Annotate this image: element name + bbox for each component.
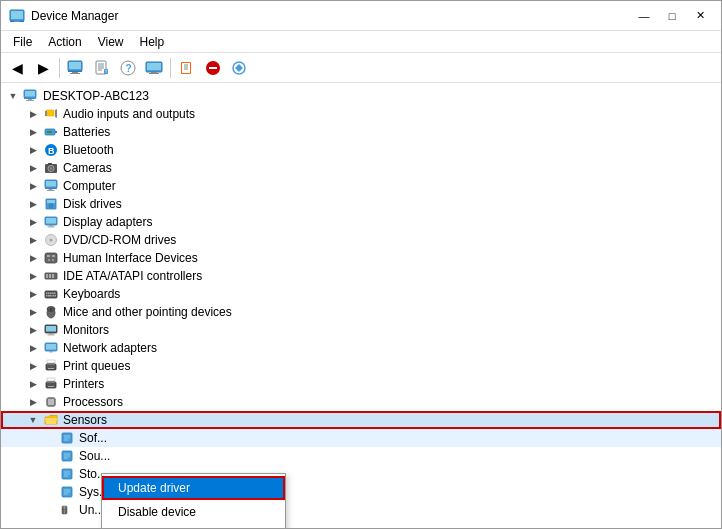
minimize-button[interactable]: — (631, 6, 657, 26)
svg-rect-96 (47, 360, 55, 363)
expand-cameras[interactable]: ▶ (25, 160, 41, 176)
svg-rect-95 (48, 368, 54, 369)
expand-display[interactable]: ▶ (25, 214, 41, 230)
svg-rect-19 (147, 63, 161, 70)
scan-button[interactable] (227, 56, 251, 80)
tree-item-print-queues[interactable]: ▶ Print queues (1, 357, 721, 375)
device-manager-window: Device Manager — □ ✕ File Action View He… (0, 0, 722, 529)
tree-item-ide[interactable]: ▶ IDE ATA/ATAPI controllers (1, 267, 721, 285)
svg-point-46 (50, 167, 53, 170)
tree-item-display[interactable]: ▶ Display adapters (1, 213, 721, 231)
expand-processors[interactable]: ▶ (25, 394, 41, 410)
printers-label: Printers (61, 377, 104, 391)
tree-item-monitors[interactable]: ▶ Monitors (1, 321, 721, 339)
processors-icon (43, 394, 59, 410)
menu-help[interactable]: Help (132, 33, 173, 51)
tree-item-dvd[interactable]: ▶ DVD/CD-ROM drives (1, 231, 721, 249)
cameras-label: Cameras (61, 161, 112, 175)
svg-rect-6 (68, 71, 82, 72)
bluetooth-label: Bluetooth (61, 143, 114, 157)
expand-bluetooth[interactable]: ▶ (25, 142, 41, 158)
tree-root[interactable]: ▼ DESKTOP-ABC123 (1, 87, 721, 105)
svg-rect-60 (48, 227, 55, 228)
svg-rect-92 (49, 352, 53, 353)
expand-sensors[interactable]: ▼ (25, 412, 41, 428)
svg-text:B: B (48, 146, 55, 156)
svg-rect-77 (52, 293, 54, 295)
print-queues-icon (43, 358, 59, 374)
maximize-button[interactable]: □ (659, 6, 685, 26)
svg-rect-72 (52, 274, 54, 278)
tree-item-processors[interactable]: ▶ Processors (1, 393, 721, 411)
expand-ide[interactable]: ▶ (25, 268, 41, 284)
tree-item-batteries[interactable]: ▶ Batteries (1, 123, 721, 141)
content-area[interactable]: ▼ DESKTOP-ABC123 ▶ Audio inputs and outp… (1, 83, 721, 528)
expand-root[interactable]: ▼ (5, 88, 21, 104)
bluetooth-icon: B (43, 142, 59, 158)
svg-rect-64 (45, 253, 57, 263)
expand-computer[interactable]: ▶ (25, 178, 41, 194)
tree-item-disk[interactable]: ▶ Disk drives (1, 195, 721, 213)
back-button[interactable]: ◀ (5, 56, 29, 80)
context-menu-update-driver[interactable]: Update driver (102, 476, 285, 500)
tree-item-computer[interactable]: ▶ Computer (1, 177, 721, 195)
refresh-button[interactable] (175, 56, 199, 80)
menu-view[interactable]: View (90, 33, 132, 51)
svg-rect-100 (47, 378, 55, 381)
svg-marker-30 (235, 64, 243, 72)
remove-button[interactable] (201, 56, 225, 80)
expand-audio[interactable]: ▶ (25, 106, 41, 122)
menu-bar: File Action View Help (1, 31, 721, 53)
menu-file[interactable]: File (5, 33, 40, 51)
svg-rect-32 (25, 91, 35, 97)
title-bar-buttons: — □ ✕ (631, 6, 713, 26)
sof-label: Sof... (77, 431, 107, 445)
svg-rect-21 (149, 73, 159, 74)
context-menu-disable-device[interactable]: Disable device (102, 500, 285, 524)
expand-monitors[interactable]: ▶ (25, 322, 41, 338)
tree-item-cameras[interactable]: ▶ Cameras (1, 159, 721, 177)
help-button[interactable]: ? (116, 56, 140, 80)
tree-item-sensor-sof[interactable]: ▶ Sof... (1, 429, 721, 447)
disk-label: Disk drives (61, 197, 122, 211)
expand-print-queues[interactable]: ▶ (25, 358, 41, 374)
tree-item-mice[interactable]: ▶ Mice and other pointing devices (1, 303, 721, 321)
forward-button[interactable]: ▶ (31, 56, 55, 80)
expand-printers[interactable]: ▶ (25, 376, 41, 392)
un-icon (59, 502, 75, 518)
svg-marker-38 (55, 109, 57, 118)
tree-item-printers[interactable]: ▶ Printers (1, 375, 721, 393)
context-menu: Update driver Disable device Uninstall d… (101, 473, 286, 528)
tree-item-hid[interactable]: ▶ Human Interface Devices (1, 249, 721, 267)
svg-rect-41 (47, 131, 52, 133)
expand-keyboards[interactable]: ▶ (25, 286, 41, 302)
tree-item-keyboards[interactable]: ▶ Keyboards (1, 285, 721, 303)
svg-point-63 (50, 239, 51, 240)
sou-label: Sou... (77, 449, 110, 463)
context-menu-uninstall-device[interactable]: Uninstall device (102, 524, 285, 528)
tree-item-sensors[interactable]: ▼ Sensors (1, 411, 721, 429)
tree-item-bluetooth[interactable]: ▶ B Bluetooth (1, 141, 721, 159)
svg-point-56 (50, 205, 52, 207)
close-button[interactable]: ✕ (687, 6, 713, 26)
expand-disk[interactable]: ▶ (25, 196, 41, 212)
expand-batteries[interactable]: ▶ (25, 124, 41, 140)
svg-rect-59 (49, 226, 53, 227)
batteries-icon (43, 124, 59, 140)
properties-button[interactable]: ? (90, 56, 114, 80)
expand-network[interactable]: ▶ (25, 340, 41, 356)
sou-icon (59, 448, 75, 464)
expand-dvd[interactable]: ▶ (25, 232, 41, 248)
computer-button[interactable] (64, 56, 88, 80)
svg-rect-1 (11, 11, 23, 19)
expand-mice[interactable]: ▶ (25, 304, 41, 320)
tree-item-network[interactable]: ▶ Network adapters (1, 339, 721, 357)
tree-item-audio[interactable]: ▶ Audio inputs and outputs (1, 105, 721, 123)
menu-action[interactable]: Action (40, 33, 89, 51)
expand-hid[interactable]: ▶ (25, 250, 41, 266)
svg-rect-82 (55, 295, 57, 297)
sys-icon (59, 484, 75, 500)
tree-item-sensor-sou[interactable]: ▶ Sou... (1, 447, 721, 465)
svg-marker-37 (45, 111, 47, 116)
display-button[interactable] (142, 56, 166, 80)
